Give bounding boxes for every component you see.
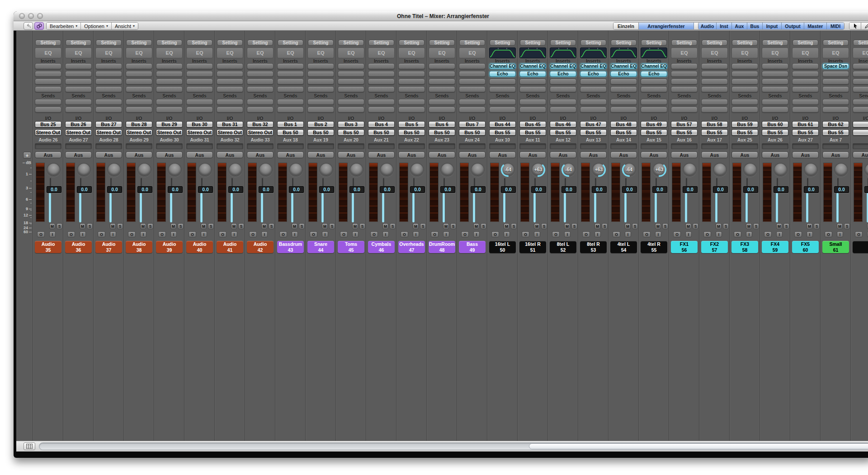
insert-slot[interactable] <box>792 79 819 85</box>
track-name-plate[interactable]: Audio 38 <box>126 241 152 253</box>
insert-slot[interactable] <box>550 86 576 92</box>
input-button[interactable]: Bus 49 <box>641 121 667 127</box>
fader-value[interactable]: 0.0 <box>349 186 364 193</box>
insert-slot[interactable]: Channel EQ <box>580 63 607 69</box>
group-slot[interactable] <box>247 143 274 149</box>
fader-line[interactable] <box>321 193 324 222</box>
insert-slot[interactable] <box>822 86 849 92</box>
input-monitor-button[interactable]: I <box>625 231 631 237</box>
input-monitor-button[interactable]: I <box>837 231 843 237</box>
pan-knob[interactable]: +63 <box>652 163 666 177</box>
eq-display[interactable]: EQ <box>126 47 152 58</box>
setting-button[interactable]: Setting <box>187 40 212 46</box>
insert-slot[interactable] <box>792 71 819 77</box>
input-button[interactable]: Bus 7 <box>459 121 486 127</box>
bounce-button[interactable]: O <box>310 231 317 237</box>
insert-slot[interactable] <box>338 86 364 92</box>
input-monitor-button[interactable]: I <box>140 231 146 237</box>
input-button[interactable]: Bus 59 <box>731 121 758 127</box>
insert-slot[interactable] <box>95 71 122 77</box>
fader-line[interactable] <box>533 193 536 222</box>
mute-button[interactable]: M <box>473 223 479 229</box>
fader-line[interactable] <box>231 193 233 222</box>
solo-button[interactable]: S <box>269 223 274 229</box>
fader-value[interactable]: 0.0 <box>713 186 728 193</box>
track-name-plate[interactable]: Bass 49 <box>459 241 486 253</box>
fader-line[interactable] <box>352 193 354 222</box>
track-name-plate[interactable]: Audio 36 <box>65 241 92 253</box>
track-name-plate[interactable]: Cymbals 46 <box>368 241 395 253</box>
eq-display[interactable] <box>610 47 637 58</box>
solo-button[interactable]: S <box>208 223 214 229</box>
eq-display[interactable]: EQ <box>459 47 486 58</box>
input-button[interactable]: Bus 30 <box>186 121 213 127</box>
insert-slot[interactable] <box>186 79 213 85</box>
send-slot[interactable] <box>519 107 546 113</box>
solo-button[interactable]: S <box>511 223 517 229</box>
insert-slot[interactable]: Echo <box>580 71 607 77</box>
insert-slot[interactable] <box>368 86 395 92</box>
fader-value[interactable]: 0.0 <box>683 186 698 193</box>
insert-slot[interactable] <box>35 63 61 69</box>
output-button[interactable]: Bus 55 <box>550 129 576 136</box>
group-slot[interactable] <box>701 143 728 149</box>
send-slot[interactable] <box>731 99 758 105</box>
fader-value[interactable]: 0.0 <box>289 186 304 193</box>
insert-slot[interactable] <box>247 79 274 85</box>
insert-slot[interactable] <box>368 79 395 85</box>
send-slot[interactable] <box>156 107 183 113</box>
automation-mode-button[interactable]: Aus <box>731 151 758 158</box>
track-name-plate[interactable]: FX1 56 <box>671 241 698 253</box>
fader-value[interactable]: 0.0 <box>440 186 455 193</box>
eq-display[interactable]: EQ <box>762 47 788 58</box>
insert-slot[interactable] <box>65 63 92 69</box>
setting-button[interactable]: Setting <box>641 40 667 46</box>
setting-button[interactable]: Setting <box>368 40 394 46</box>
input-button[interactable]: Bus 58 <box>701 121 728 127</box>
mute-button[interactable]: M <box>231 223 237 229</box>
send-slot[interactable] <box>580 99 607 105</box>
fader-value[interactable]: 0.0 <box>319 186 334 193</box>
output-button[interactable]: Stereo Out <box>217 129 243 136</box>
input-button[interactable]: Bus 62 <box>822 121 849 127</box>
menu-bearbeiten[interactable]: Bearbeiten▾ <box>47 23 81 29</box>
send-slot[interactable] <box>550 99 576 105</box>
automation-mode-button[interactable]: Aus <box>762 151 788 158</box>
automation-mode-button[interactable]: Aus <box>641 151 667 158</box>
send-slot[interactable] <box>368 107 395 113</box>
track-name-plate[interactable]: 4tel L 54 <box>610 241 637 253</box>
insert-slot[interactable] <box>762 63 788 69</box>
track-name-plate[interactable]: DrumRoom 48 <box>429 241 455 253</box>
fader-line[interactable] <box>655 193 657 222</box>
bounce-button[interactable]: O <box>249 231 257 237</box>
send-slot[interactable] <box>35 99 61 105</box>
input-monitor-button[interactable]: I <box>716 231 722 237</box>
solo-button[interactable]: S <box>178 223 184 229</box>
group-slot[interactable] <box>307 143 334 149</box>
insert-slot[interactable] <box>762 79 788 85</box>
mute-button[interactable]: M <box>504 223 509 229</box>
mute-button[interactable]: M <box>261 223 267 229</box>
fader-value[interactable]: 0.0 <box>107 186 122 193</box>
send-slot[interactable] <box>459 99 486 105</box>
mute-button[interactable]: M <box>564 223 570 229</box>
setting-button[interactable]: Setting <box>490 40 515 46</box>
pan-knob[interactable] <box>107 163 121 177</box>
track-name-plate[interactable]: FX5 60 <box>792 241 819 253</box>
send-slot[interactable] <box>519 99 546 105</box>
eq-display[interactable]: EQ <box>792 47 819 58</box>
fader-line[interactable] <box>776 193 778 222</box>
send-slot[interactable] <box>641 107 667 113</box>
fader-value[interactable]: 0.0 <box>77 186 92 193</box>
solo-button[interactable]: S <box>814 223 820 229</box>
fader-value[interactable]: 0.0 <box>864 186 868 193</box>
insert-slot[interactable] <box>186 71 213 77</box>
eq-display[interactable]: EQ <box>65 47 92 58</box>
button-audio[interactable]: Audio <box>698 23 717 29</box>
pan-knob[interactable]: -64 <box>501 163 515 177</box>
input-button[interactable]: Bus 3 <box>338 121 364 127</box>
button-midi[interactable]: MIDI <box>827 23 844 29</box>
bounce-button[interactable]: O <box>582 231 590 237</box>
pan-knob[interactable] <box>683 163 697 177</box>
fader-line[interactable] <box>109 193 112 222</box>
